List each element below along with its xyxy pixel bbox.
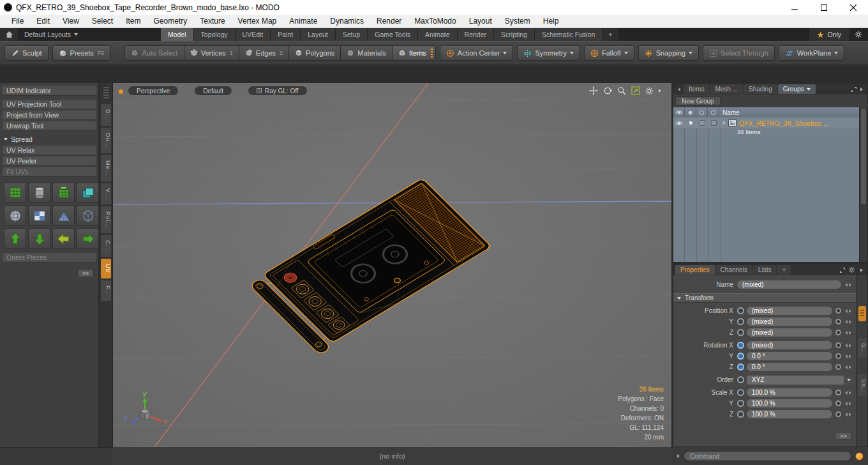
envelope-toggle-icon[interactable] [737, 318, 744, 325]
envelope-toggle-icon[interactable] [737, 363, 744, 370]
workplane-button[interactable]: WorkPlane [779, 45, 845, 61]
mode-polygons[interactable]: Polygons [289, 46, 341, 60]
scale-y-field[interactable]: 100.0 % [747, 399, 832, 408]
mini-envelope-icon[interactable] [835, 342, 841, 348]
left-panel-more-button[interactable]: >> [77, 269, 94, 277]
layout-tab-model[interactable]: Model [161, 28, 194, 41]
mini-envelope-icon[interactable] [835, 400, 841, 406]
move-up-button[interactable] [4, 228, 26, 249]
envelope-toggle-icon[interactable] [737, 342, 744, 349]
mode-auto-select[interactable]: Auto Select [125, 46, 184, 60]
side-tab-g[interactable]: G... [858, 338, 867, 358]
envelope-toggle-icon[interactable] [737, 353, 744, 360]
group-name[interactable]: QFX_RETRO_39_Shoebox ... [739, 119, 829, 127]
menu-dynamics[interactable]: Dynamics [324, 17, 370, 26]
symmetry-button[interactable]: Symmetry [517, 45, 580, 61]
viewport-corner-dot[interactable] [119, 89, 123, 94]
tab-scroll-left-icon[interactable] [678, 88, 680, 91]
maximize-button[interactable] [809, 0, 839, 15]
menu-render[interactable]: Render [370, 17, 408, 26]
vtab-uv[interactable]: UV [101, 259, 111, 278]
tool-project-from-view[interactable]: Project from View [3, 111, 96, 120]
side-strip-grip[interactable] [858, 306, 866, 321]
vtab-du[interactable]: Du... [101, 128, 111, 153]
tab-items[interactable]: Items [684, 84, 709, 94]
uv-relax-tool-button[interactable] [4, 182, 26, 203]
value-stepper[interactable] [843, 365, 853, 369]
tab-lists[interactable]: Lists [753, 265, 777, 275]
rotation-x-field[interactable]: (mixed) [747, 341, 832, 349]
3d-viewport[interactable]: Perspective Default Ray GL: Off 26 Items… [113, 83, 671, 447]
orbit-icon[interactable] [603, 86, 612, 95]
menu-maxtomodo[interactable]: MaxToModo [408, 17, 462, 26]
raygl-dropdown[interactable]: Ray GL: Off [248, 86, 307, 95]
value-stepper[interactable] [843, 331, 853, 335]
panel-expand-icon[interactable] [839, 267, 846, 273]
add-tab-button[interactable]: + [777, 265, 791, 275]
menu-texture[interactable]: Texture [193, 17, 231, 26]
mode-materials[interactable]: Materials [341, 46, 393, 60]
item-list-scrollbar[interactable] [859, 107, 867, 262]
tool-udim-indicator[interactable]: UDIM Indicator [3, 86, 96, 96]
order-dropdown[interactable]: XYZ [747, 376, 853, 385]
envelope-toggle-icon[interactable] [737, 389, 744, 396]
envelope-toggle-icon[interactable] [737, 307, 744, 314]
minimize-button[interactable] [780, 0, 809, 15]
sculpt-button[interactable]: Sculpt [4, 45, 49, 61]
tool-unwrap[interactable]: Unwrap Tool [3, 121, 96, 131]
vtab-v[interactable]: V... [101, 183, 111, 204]
spread-section-header[interactable]: Spread [4, 133, 96, 144]
new-group-button[interactable]: New Group [675, 96, 721, 105]
move-left-button[interactable] [52, 228, 75, 249]
zoom-icon[interactable] [617, 86, 626, 95]
menu-view[interactable]: View [56, 17, 86, 26]
position-x-field[interactable]: (mixed) [747, 307, 832, 315]
layout-tab-topology[interactable]: Topology [194, 28, 236, 41]
panel-grip-icon[interactable] [103, 87, 109, 98]
envelope-toggle-icon[interactable] [737, 376, 744, 383]
row-visibility-toggle[interactable] [673, 118, 685, 128]
side-tab-us[interactable]: Us... [858, 374, 867, 397]
command-input[interactable] [684, 451, 851, 461]
tool-orient-pieces[interactable]: Orient Pieces [3, 253, 96, 263]
group-row[interactable]: + QFX_RETRO_39_Shoebox ... [673, 118, 859, 128]
row-render-toggle[interactable] [685, 118, 696, 128]
filter-column-header[interactable] [708, 107, 719, 118]
name-column-header[interactable]: Name [719, 107, 859, 118]
sphere-project-button[interactable] [4, 205, 26, 226]
panel-menu-arrow-icon[interactable] [860, 268, 863, 272]
layout-tab-uvedit[interactable]: UVEdit [236, 28, 271, 41]
tab-mesh-ops[interactable]: Mesh ... [710, 84, 743, 94]
menu-geometry[interactable]: Geometry [147, 17, 194, 26]
value-stepper[interactable] [843, 354, 853, 358]
add-layout-tab-button[interactable]: + [602, 28, 618, 41]
uv-barrel-tool-button[interactable] [28, 182, 50, 203]
viewport-settings-gear-icon[interactable] [645, 87, 654, 95]
scrollbar-handle[interactable] [861, 109, 866, 204]
viewport-menu-arrow-icon[interactable] [659, 89, 661, 93]
macro-record-button[interactable] [855, 452, 864, 461]
layout-tab-paint[interactable]: Paint [271, 28, 301, 41]
layout-tab-game-tools[interactable]: Game Tools [368, 28, 418, 41]
vtab-d[interactable]: D... [101, 104, 111, 126]
close-button[interactable] [839, 0, 868, 15]
wire-cage-button[interactable] [77, 205, 99, 226]
mode-edges[interactable]: Edges 2 [239, 46, 289, 60]
axis-gizmo[interactable]: y x z [123, 388, 169, 433]
layout-settings-button[interactable] [849, 28, 868, 41]
vtab-me[interactable]: Me... [101, 155, 111, 181]
uv-peel-tool-button[interactable] [52, 182, 75, 203]
mode-items[interactable]: Items [393, 46, 435, 60]
value-stepper[interactable] [843, 344, 853, 347]
default-layouts-dropdown[interactable]: Default Layouts [18, 28, 84, 41]
maximize-viewport-icon[interactable] [631, 86, 640, 95]
tab-shading[interactable]: Shading [744, 84, 777, 94]
panel-expand-icon[interactable] [851, 86, 857, 93]
menu-item[interactable]: Item [119, 17, 147, 26]
layout-tab-scripting[interactable]: Scripting [494, 28, 535, 41]
tab-channels[interactable]: Channels [715, 265, 752, 275]
value-stepper[interactable] [843, 320, 853, 324]
name-field[interactable]: (mixed) [737, 280, 841, 289]
dropdown-arrow-button[interactable] [844, 376, 853, 385]
vtab-c[interactable]: C... [101, 235, 111, 257]
